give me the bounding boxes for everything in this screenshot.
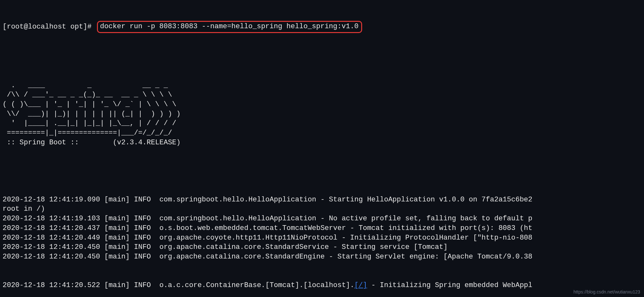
command-prompt-line: [root@localhost opt]# docker run -p 8083…: [3, 21, 641, 33]
terminal-window[interactable]: [root@localhost opt]# docker run -p 8083…: [0, 0, 644, 297]
blank-line: [3, 166, 641, 176]
log-output-top: 2020-12-18 12:41:19.090 [main] INFO com.…: [3, 195, 641, 262]
log-line-with-link: 2020-12-18 12:41:20.522 [main] INFO o.a.…: [3, 281, 641, 290]
blank-line: [3, 52, 641, 62]
highlighted-command: docker run -p 8083:8083 --name=hello_spr…: [97, 21, 362, 33]
shell-prompt: [root@localhost opt]#: [3, 22, 96, 32]
log-text-pre: 2020-12-18 12:41:20.522 [main] INFO o.a.…: [3, 281, 354, 289]
spring-boot-banner: . ____ _ __ _ _ /\\ / ___'_ __ _ _(_)_ _…: [3, 81, 641, 148]
watermark-text: https://blog.csdn.net/wutianxu123: [573, 289, 640, 295]
log-text-post: - Initializing Spring embedded WebAppl: [367, 281, 532, 289]
root-path-link[interactable]: [/]: [354, 281, 367, 289]
